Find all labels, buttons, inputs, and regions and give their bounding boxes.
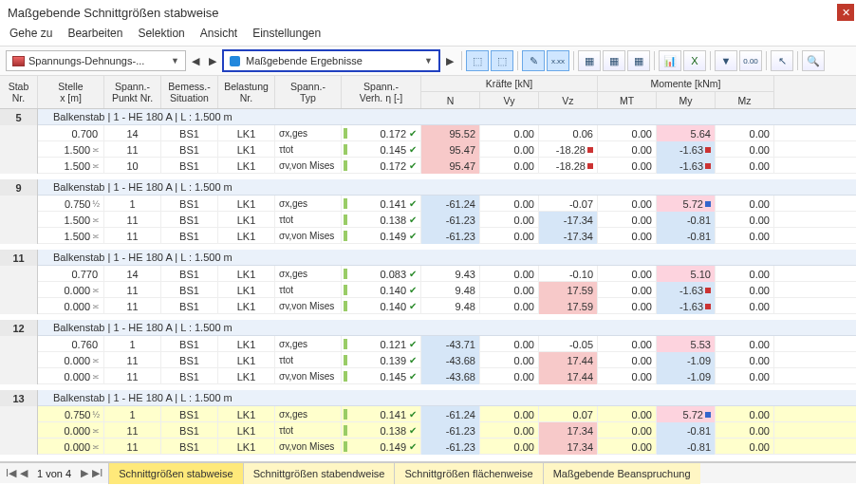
- cell-vz[interactable]: 17.44: [539, 368, 598, 384]
- cell-typ[interactable]: τtot: [275, 282, 342, 298]
- cell-stelle[interactable]: 0.750½: [38, 196, 104, 212]
- cell-vy[interactable]: 0.00: [480, 336, 539, 352]
- cell-verh[interactable]: 0.121✔: [342, 336, 421, 352]
- cell-bem[interactable]: BS1: [161, 282, 218, 298]
- cell-bel[interactable]: LK1: [218, 141, 275, 158]
- cell-bem[interactable]: BS1: [161, 141, 218, 158]
- col-n[interactable]: N: [421, 92, 480, 108]
- cell-my[interactable]: -0.81: [657, 439, 716, 455]
- cell-bem[interactable]: BS1: [161, 196, 218, 212]
- menu-selection[interactable]: Selektion: [138, 27, 184, 40]
- cell-spkt[interactable]: 11: [104, 282, 161, 298]
- cell-n[interactable]: 95.52: [421, 125, 480, 141]
- cell-bem[interactable]: BS1: [161, 406, 218, 422]
- cell-spkt[interactable]: 1: [104, 196, 161, 212]
- cell-bel[interactable]: LK1: [218, 266, 275, 282]
- tool-select-rect[interactable]: ⬚: [466, 50, 489, 71]
- cell-mz[interactable]: 0.00: [716, 336, 774, 352]
- pager-first[interactable]: I◀: [6, 467, 16, 479]
- cell-vy[interactable]: 0.00: [480, 266, 539, 282]
- cell-my[interactable]: 5.53: [657, 336, 716, 352]
- cell-spkt[interactable]: 11: [104, 439, 161, 455]
- tool-chart[interactable]: 📊: [659, 50, 681, 71]
- col-bel[interactable]: BelastungNr.: [218, 76, 275, 108]
- table-row[interactable]: 0.750½ 1 BS1 LK1 σx,ges 0.141✔ -61.24 0.…: [0, 196, 856, 212]
- cell-mt[interactable]: 0.00: [598, 406, 657, 422]
- cell-bel[interactable]: LK1: [218, 406, 275, 422]
- cell-mz[interactable]: 0.00: [716, 406, 774, 422]
- cell-bel[interactable]: LK1: [218, 212, 275, 228]
- cell-my[interactable]: 5.10: [657, 266, 716, 282]
- cell-mt[interactable]: 0.00: [598, 266, 657, 282]
- cell-mz[interactable]: 0.00: [716, 439, 774, 455]
- cell-mt[interactable]: 0.00: [598, 368, 657, 384]
- cell-bel[interactable]: LK1: [218, 422, 275, 439]
- cell-typ[interactable]: σv,von Mises: [275, 158, 342, 174]
- cell-typ[interactable]: σx,ges: [275, 196, 342, 212]
- col-momente[interactable]: Momente [kNm]: [598, 76, 774, 92]
- cell-spkt[interactable]: 11: [104, 212, 161, 228]
- cell-mz[interactable]: 0.00: [716, 298, 774, 314]
- cell-bel[interactable]: LK1: [218, 228, 275, 244]
- cell-vz[interactable]: 17.59: [539, 282, 598, 298]
- tab-stabendweise[interactable]: Schnittgrößen stabendweise: [243, 463, 395, 484]
- cell-typ[interactable]: σx,ges: [275, 406, 342, 422]
- cell-bem[interactable]: BS1: [161, 158, 218, 174]
- cell-vz[interactable]: 17.59: [539, 298, 598, 314]
- pager-last[interactable]: ▶I: [92, 467, 102, 479]
- cell-spkt[interactable]: 14: [104, 125, 161, 141]
- cell-stelle[interactable]: 0.750½: [38, 406, 104, 422]
- col-spkt[interactable]: Spann.-Punkt Nr.: [104, 76, 161, 108]
- cell-mt[interactable]: 0.00: [598, 125, 657, 141]
- cell-vz[interactable]: 17.34: [539, 439, 598, 455]
- cell-stelle[interactable]: 0.000≍: [38, 368, 104, 384]
- cell-vy[interactable]: 0.00: [480, 282, 539, 298]
- cell-bem[interactable]: BS1: [161, 266, 218, 282]
- cell-bel[interactable]: LK1: [218, 336, 275, 352]
- cell-vz[interactable]: -0.10: [539, 266, 598, 282]
- cell-spkt[interactable]: 1: [104, 406, 161, 422]
- cell-n[interactable]: -61.23: [421, 212, 480, 228]
- table-row[interactable]: 0.750½ 1 BS1 LK1 σx,ges 0.141✔ -61.24 0.…: [0, 406, 856, 422]
- tool-table2[interactable]: ▦: [603, 50, 625, 71]
- cell-bel[interactable]: LK1: [218, 158, 275, 174]
- tool-filter[interactable]: ▼: [715, 50, 737, 71]
- cell-bem[interactable]: BS1: [161, 422, 218, 439]
- tool-decimals[interactable]: 0.00: [739, 50, 762, 71]
- result-type-combo[interactable]: Maßgebende Ergebnisse ▼: [222, 49, 440, 72]
- cell-stelle[interactable]: 1.500≍: [38, 212, 104, 228]
- group-header[interactable]: 5Balkenstab | 1 - HE 180 A | L : 1.500 m: [0, 109, 856, 125]
- cell-my[interactable]: -1.63: [657, 141, 716, 158]
- cell-bem[interactable]: BS1: [161, 212, 218, 228]
- cell-n[interactable]: 9.43: [421, 266, 480, 282]
- cell-bel[interactable]: LK1: [218, 352, 275, 368]
- cell-mt[interactable]: 0.00: [598, 298, 657, 314]
- cell-my[interactable]: -1.63: [657, 298, 716, 314]
- cell-my[interactable]: -1.63: [657, 158, 716, 174]
- cell-n[interactable]: -61.24: [421, 196, 480, 212]
- cell-vz[interactable]: -18.28: [539, 141, 598, 158]
- cell-spkt[interactable]: 1: [104, 336, 161, 352]
- table-row[interactable]: 0.700 14 BS1 LK1 σx,ges 0.172✔ 95.52 0.0…: [0, 125, 856, 141]
- pager-next[interactable]: ▶: [81, 467, 88, 479]
- cell-mt[interactable]: 0.00: [598, 228, 657, 244]
- cell-mt[interactable]: 0.00: [598, 282, 657, 298]
- cell-mt[interactable]: 0.00: [598, 196, 657, 212]
- cell-typ[interactable]: τtot: [275, 422, 342, 439]
- cell-n[interactable]: 9.48: [421, 298, 480, 314]
- cell-bem[interactable]: BS1: [161, 228, 218, 244]
- cell-vy[interactable]: 0.00: [480, 125, 539, 141]
- cell-my[interactable]: -1.09: [657, 368, 716, 384]
- cell-verh[interactable]: 0.139✔: [342, 352, 421, 368]
- col-bem[interactable]: Bemess.-Situation: [161, 76, 218, 108]
- cell-bem[interactable]: BS1: [161, 352, 218, 368]
- menu-view[interactable]: Ansicht: [200, 27, 237, 40]
- cell-mt[interactable]: 0.00: [598, 212, 657, 228]
- menu-settings[interactable]: Einstellungen: [252, 27, 321, 40]
- cell-mt[interactable]: 0.00: [598, 352, 657, 368]
- cell-vz[interactable]: -0.07: [539, 196, 598, 212]
- cell-mt[interactable]: 0.00: [598, 158, 657, 174]
- menu-edit[interactable]: Bearbeiten: [67, 27, 122, 40]
- cell-stelle[interactable]: 0.000≍: [38, 439, 104, 455]
- col-stelle[interactable]: Stellex [m]: [38, 76, 104, 108]
